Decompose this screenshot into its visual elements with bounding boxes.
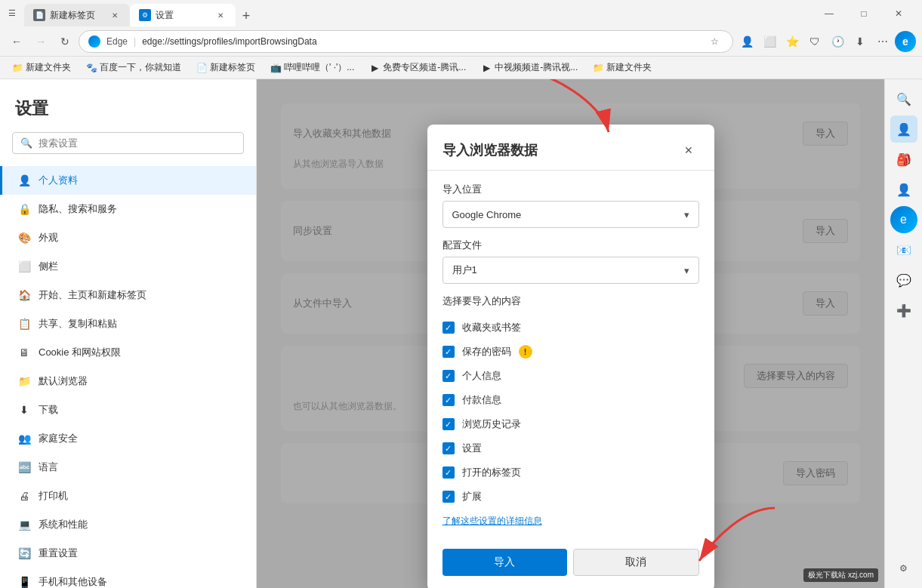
sidebar-item-family[interactable]: 👥 家庭安全 (0, 424, 256, 453)
page-icon: 📄 (196, 63, 207, 73)
sidebar-item-mobile[interactable]: 📱 手机和其他设备 (0, 568, 256, 588)
sidebar-item-reset[interactable]: 🔄 重置设置 (0, 539, 256, 568)
bookmark-bilibili[interactable]: 📺 哔哩哔哩（' ·'）... (264, 60, 360, 75)
tencent-icon1: ▶ (369, 63, 380, 73)
address-input[interactable]: Edge | edge://settings/profiles/importBr… (79, 30, 733, 53)
collections-btn[interactable]: ⬜ (759, 31, 780, 52)
profile-btn[interactable]: 👤 (736, 31, 757, 52)
more-menu-btn[interactable]: ⋯ (872, 31, 893, 52)
sidebar-item-cookies[interactable]: 🖥 Cookie 和网站权限 (0, 338, 256, 367)
sidebar-item-printer[interactable]: 🖨 打印机 (0, 482, 256, 510)
close-btn[interactable]: ✕ (881, 0, 916, 26)
window-menu-btn[interactable]: ☰ (6, 8, 18, 20)
dialog-title: 导入浏览器数据 (442, 141, 538, 159)
checkbox-item-favorites: 收藏夹或书签 (442, 316, 699, 340)
mobile-icon: 📱 (17, 575, 31, 588)
tab-newtab[interactable]: 📄 新建标签页 ✕ (24, 4, 130, 26)
maximize-btn[interactable]: □ (846, 0, 881, 26)
tab-newtab-icon: 📄 (33, 9, 45, 21)
sidebar-item-label: 隐私、搜索和服务 (39, 202, 117, 216)
bookmark-tencent1[interactable]: ▶ 免费专区频道-腾讯... (363, 60, 472, 75)
printer-icon: 🖨 (17, 489, 31, 503)
right-sidebar-settings-small[interactable]: ⚙ (890, 555, 917, 582)
profile-label: 配置文件 (442, 239, 699, 252)
minimize-btn[interactable]: — (812, 0, 846, 26)
checkbox-payment[interactable] (442, 394, 455, 406)
browser-essentials-btn[interactable]: 🛡 (804, 31, 825, 52)
tab-newtab-title: 新建标签页 (50, 9, 104, 22)
favorite-btn[interactable]: ☆ (705, 32, 723, 51)
settings-search[interactable]: 🔍 (12, 132, 244, 154)
sidebar-item-label: 开始、主页和新建标签页 (39, 288, 146, 302)
address-label: Edge (106, 36, 128, 47)
bookmark-baidu[interactable]: 🐾 百度一下，你就知道 (80, 60, 187, 75)
refresh-btn[interactable]: ↻ (54, 31, 76, 52)
right-sidebar-add[interactable]: ➕ (890, 297, 917, 324)
dialog-close-btn[interactable]: ✕ (678, 140, 699, 161)
family-icon: 👥 (17, 432, 31, 445)
bookmark-label: 新建文件夹 (606, 61, 652, 74)
sidebar-item-sidebar[interactable]: ⬜ 侧栏 (0, 252, 256, 281)
back-btn[interactable]: ← (6, 31, 27, 52)
bookmark-label: 新建文件夹 (26, 61, 71, 74)
checkbox-label-personal: 个人信息 (462, 369, 501, 383)
address-separator: | (134, 36, 136, 47)
history-btn[interactable]: 🕐 (827, 31, 848, 52)
checkbox-item-history: 浏览历史记录 (442, 412, 699, 436)
edge-favicon (88, 35, 100, 48)
checkbox-passwords[interactable] (442, 346, 455, 358)
warning-icon: ! (519, 345, 532, 359)
bookmark-newtab[interactable]: 📄 新建标签页 (190, 60, 261, 75)
right-sidebar-search[interactable]: 🔍 (890, 85, 917, 112)
language-icon: 🔤 (17, 460, 31, 474)
right-sidebar-edge[interactable]: e (890, 206, 917, 233)
sidebar-item-default[interactable]: 📁 默认浏览器 (0, 367, 256, 396)
address-text: edge://settings/profiles/importBrowsingD… (142, 36, 699, 47)
profile-icon: 👤 (17, 174, 31, 187)
sidebar-item-share[interactable]: 📋 共享、复制和粘贴 (0, 309, 256, 338)
bookmark-newfolder2[interactable]: 📁 新建文件夹 (587, 60, 658, 75)
sidebar-item-label: 侧栏 (39, 260, 58, 273)
sidebar-item-downloads[interactable]: ⬇ 下载 (0, 396, 256, 424)
downloads-btn[interactable]: ⬇ (850, 31, 871, 52)
browser-select[interactable]: Google Chrome ▾ (442, 201, 699, 228)
sidebar-item-label: 下载 (39, 403, 58, 417)
dialog-header: 导入浏览器数据 ✕ (427, 125, 714, 171)
right-sidebar-msg[interactable]: 💬 (890, 266, 917, 294)
tab-settings-close[interactable]: ✕ (214, 9, 227, 21)
checkbox-item-opentabs: 打开的标签页 (442, 460, 699, 485)
checkbox-history[interactable] (442, 418, 455, 430)
import-confirm-btn[interactable]: 导入 (442, 549, 567, 576)
favorites-btn[interactable]: ⭐ (782, 31, 803, 52)
reset-icon: 🔄 (17, 546, 31, 560)
sidebar-item-privacy[interactable]: 🔒 隐私、搜索和服务 (0, 195, 256, 223)
sidebar-item-system[interactable]: 💻 系统和性能 (0, 510, 256, 539)
edge-logo[interactable]: e (895, 31, 916, 52)
checkbox-personal[interactable] (442, 370, 455, 382)
checkbox-favorites[interactable] (442, 322, 455, 334)
bilibili-icon: 📺 (270, 63, 281, 73)
cancel-btn[interactable]: 取消 (573, 549, 699, 576)
checkbox-extensions[interactable] (442, 491, 455, 503)
search-input[interactable] (39, 137, 236, 149)
right-sidebar-outlook[interactable]: 📧 (890, 236, 917, 263)
bookmark-tencent2[interactable]: ▶ 中视频频道-腾讯视... (475, 60, 584, 75)
profile-select[interactable]: 用户1 ▾ (442, 257, 699, 284)
forward-btn[interactable]: → (30, 31, 51, 52)
sidebar-item-start[interactable]: 🏠 开始、主页和新建标签页 (0, 281, 256, 309)
checkbox-opentabs[interactable] (442, 466, 455, 479)
sidebar-item-language[interactable]: 🔤 语言 (0, 453, 256, 482)
learn-more-link[interactable]: 了解这些设置的详细信息 (442, 515, 699, 528)
watermark: 极光下载站 xzj.com (803, 568, 878, 582)
sidebar-item-profile[interactable]: 👤 个人资料 (0, 166, 256, 195)
new-tab-btn[interactable]: + (236, 5, 257, 26)
right-sidebar-tools[interactable]: 🎒 (890, 146, 917, 173)
right-sidebar-profile[interactable]: 👤 (890, 115, 917, 143)
bookmark-newfolder1[interactable]: 📁 新建文件夹 (6, 60, 77, 75)
sidebar-item-appearance[interactable]: 🎨 外观 (0, 223, 256, 252)
tab-newtab-close[interactable]: ✕ (109, 9, 121, 21)
sidebar-item-label: 重置设置 (39, 546, 78, 560)
tab-settings[interactable]: ⚙ 设置 ✕ (130, 4, 236, 26)
checkbox-settings[interactable] (442, 442, 455, 454)
right-sidebar-user[interactable]: 👤 (890, 176, 917, 203)
